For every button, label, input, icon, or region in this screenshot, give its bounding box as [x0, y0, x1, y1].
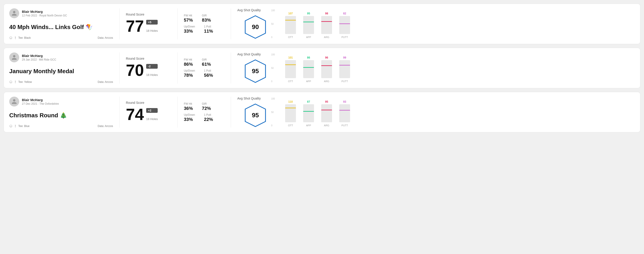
fw-hit-stat: FW Hit36% — [184, 102, 193, 111]
bar-value: 107 — [288, 12, 293, 15]
avatar — [9, 8, 19, 18]
bar-chart: 110OTT87APP95ARG93PUTT — [285, 98, 635, 127]
one-putt-stat: 1 Putt56% — [204, 69, 213, 78]
divider — [119, 8, 120, 39]
fw-hit-label: FW Hit — [184, 102, 193, 105]
y-0: 0 — [271, 124, 275, 127]
one-putt-value: 56% — [204, 73, 213, 78]
score-main: 74+218 Holes — [126, 106, 171, 123]
bar-value: 95 — [307, 12, 310, 15]
bar-line — [303, 22, 314, 22]
bar-value: 110 — [288, 100, 293, 103]
fw-hit-value: 57% — [184, 17, 193, 23]
score-badge: +2 — [146, 108, 158, 113]
quality-value: 95 — [252, 68, 259, 75]
one-putt-value: 22% — [204, 117, 213, 122]
bar-label: APP — [306, 80, 311, 83]
chart-wrapper: 100500110OTT87APP95ARG93PUTT — [278, 98, 635, 127]
y-axis: 100500 — [271, 53, 275, 83]
user-details: Blair McHarg27 Dec 2021 · The Oxfordshir… — [22, 98, 59, 105]
card-left-section: Blair McHarg12 Feb 2022 · Royal North De… — [9, 8, 113, 39]
score-main: 77+518 Holes — [126, 18, 171, 34]
score-holes: 18 Holes — [146, 73, 158, 77]
stats-section: FW Hit36%GIR72%Up/Down33%1 Putt22% — [184, 97, 224, 128]
bar-label: APP — [306, 36, 311, 38]
updown-stat: Up/Down33% — [184, 113, 195, 122]
y-0: 0 — [271, 36, 275, 38]
card-left-section: Blair McHarg27 Dec 2021 · The Oxfordshir… — [9, 97, 113, 128]
user-info: Blair McHarg27 Dec 2021 · The Oxfordshir… — [9, 97, 113, 107]
card-footer: Tee: YellowData: Arccos — [9, 80, 113, 84]
svg-line-5 — [15, 39, 16, 39]
tee-info: Tee: Black — [9, 36, 31, 39]
updown-label: Up/Down — [184, 25, 195, 28]
quality-section: Avg Shot Quality 95 — [237, 52, 274, 84]
y-100: 100 — [271, 53, 275, 56]
svg-point-7 — [10, 81, 12, 83]
stats-row-2: Up/Down78%1 Putt56% — [184, 69, 224, 78]
fw-hit-label: FW Hit — [184, 14, 193, 17]
gir-value: 61% — [202, 62, 211, 67]
gir-value: 83% — [202, 17, 211, 23]
user-info: Blair McHarg29 Jan 2022 · Mill Ride GCC — [9, 52, 113, 62]
updown-label: Up/Down — [184, 113, 195, 117]
bar-group-app: 86APP — [303, 60, 314, 83]
data-source: Data: Arccos — [98, 80, 113, 84]
bar-value: 86 — [307, 56, 310, 59]
bar-group-arg: 98ARG — [321, 16, 332, 38]
quality-hexagon: 95 — [244, 103, 266, 128]
gir-value: 72% — [202, 106, 211, 111]
bar-group-arg: 95ARG — [321, 104, 332, 127]
score-holes: 18 Holes — [146, 117, 158, 121]
round-card: Blair McHarg27 Dec 2021 · The Oxfordshir… — [4, 92, 640, 132]
one-putt-label: 1 Putt — [204, 113, 213, 117]
bar-label: APP — [306, 124, 311, 127]
fw-hit-stat: FW Hit86% — [184, 58, 193, 67]
bar-outer — [321, 104, 332, 122]
score-holes: 18 Holes — [146, 29, 158, 32]
bar-label: ARG — [324, 124, 329, 127]
quality-value: 95 — [252, 112, 259, 119]
bar-line — [339, 23, 350, 24]
updown-value: 33% — [184, 29, 195, 34]
chart-wrapper: 100500101OTT86APP96ARG99PUTT — [278, 53, 635, 83]
bar-group-arg: 96ARG — [321, 60, 332, 83]
bar-outer — [303, 16, 314, 34]
user-name: Blair McHarg — [22, 98, 59, 102]
svg-point-0 — [10, 37, 12, 39]
chart-section: 100500110OTT87APP95ARG93PUTT — [274, 97, 635, 128]
y-axis: 100500 — [271, 98, 275, 127]
bar-value: 95 — [325, 100, 328, 103]
bar-outer — [339, 104, 350, 122]
bar-line — [321, 110, 332, 110]
bar-line — [303, 111, 314, 112]
one-putt-label: 1 Putt — [204, 69, 213, 72]
score-badge: +5 — [146, 20, 158, 24]
bar-outer — [285, 60, 296, 78]
round-title: Christmas Round 🎄 — [9, 112, 113, 119]
svg-point-17 — [15, 125, 16, 126]
chart-wrapper: 100500107OTT95APP98ARG82PUTT — [278, 9, 635, 38]
bar-label: OTT — [288, 80, 293, 83]
y-0: 0 — [271, 80, 275, 83]
bar-group-putt: 93PUTT — [339, 104, 350, 127]
score-label: Round Score — [126, 101, 171, 105]
stats-row-2: Up/Down33%1 Putt11% — [184, 25, 224, 34]
score-section: Round Score70-218 Holes — [126, 52, 171, 84]
bar-outer — [285, 16, 296, 34]
bar-group-ott: 110OTT — [285, 104, 296, 127]
bar-label: PUTT — [342, 36, 348, 38]
bar-line — [285, 20, 296, 20]
round-title: 40 Mph Winds... Links Golf 🪁 — [9, 24, 113, 31]
user-meta: 27 Dec 2021 · The Oxfordshire — [22, 102, 59, 105]
stats-row-1: FW Hit57%GIR83% — [184, 14, 224, 23]
bar-line — [321, 65, 332, 66]
gir-stat: GIR61% — [202, 58, 211, 67]
score-label: Round Score — [126, 13, 171, 16]
user-meta: 12 Feb 2022 · Royal North Devon GC — [22, 14, 67, 17]
updown-stat: Up/Down78% — [184, 69, 195, 78]
quality-section: Avg Shot Quality 95 — [237, 97, 274, 128]
divider — [231, 52, 231, 84]
gir-label: GIR — [202, 14, 211, 17]
svg-point-14 — [10, 125, 12, 127]
